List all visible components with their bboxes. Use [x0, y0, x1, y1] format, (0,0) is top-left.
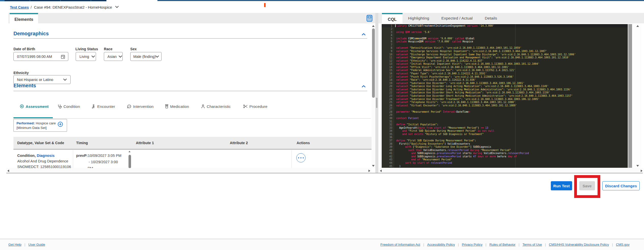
scroll-left-arrow[interactable]	[380, 170, 382, 172]
run-test-button[interactable]: Run Test	[551, 181, 572, 190]
collapse-caret-icon[interactable]	[362, 33, 366, 36]
panel-splitter[interactable]	[375, 13, 378, 173]
sex-select[interactable]: Male (finding)	[130, 52, 162, 61]
left-panel-vertical-scrollbar[interactable]	[372, 24, 375, 168]
tab-details[interactable]: Details	[485, 13, 497, 23]
diagnosis-link[interactable]: Diagnosis	[37, 154, 55, 158]
line-number: 36	[385, 136, 392, 139]
tab-cql[interactable]: CQL	[382, 13, 402, 24]
scroll-up-arrow[interactable]	[636, 25, 639, 27]
element-tab-procedure[interactable]: Procedure	[243, 103, 267, 110]
element-tab-label: Intervention	[133, 104, 154, 109]
cql-code-editor[interactable]: 1234567891011121314151617181920212223242…	[382, 24, 628, 168]
element-tab-characteristic[interactable]: Characteristic	[201, 103, 231, 110]
collapse-caret-icon[interactable]	[362, 85, 366, 88]
right-panel-vertical-scrollbar[interactable]	[634, 24, 641, 168]
code-line-34: and "First SUD Episode During Measuremen…	[396, 129, 494, 133]
row-actions-ellipsis-button[interactable]	[296, 153, 305, 162]
scroll-down-arrow[interactable]	[372, 165, 375, 167]
right-panel-horizontal-scrollbar[interactable]	[379, 168, 643, 173]
calendar-icon[interactable]	[61, 55, 65, 59]
line-number: 35	[385, 133, 392, 136]
editor-gutter: 1234567891011121314151617181920212223242…	[382, 24, 394, 168]
scroll-down-arrow[interactable]	[636, 165, 639, 167]
ethnicity-label: Ethnicity	[13, 71, 29, 75]
chevron-down-icon	[91, 56, 95, 58]
code-line-13: valueset "Initial Hospital Inpatient Vis…	[396, 62, 540, 66]
footer-link-cms-hhs-vulnerability-disclosure-policy[interactable]: CMS/HHS Vulnerability Disclosure Policy	[549, 243, 609, 246]
element-tab-assessment[interactable]: Assessment	[20, 103, 49, 110]
footer-link-freedom-of-information-act[interactable]: Freedom of Information Act	[380, 243, 420, 246]
race-select[interactable]: Asian	[104, 52, 123, 61]
living-status-select[interactable]: Living	[76, 52, 96, 61]
line-number: 1	[385, 24, 392, 28]
demographics-heading: Demographics	[13, 31, 49, 37]
element-tab-condition[interactable]: Condition	[58, 103, 80, 110]
element-tab-encounter[interactable]: Encounter	[92, 103, 115, 110]
pill-bottle-icon	[165, 104, 168, 108]
discard-changes-button[interactable]: Discard Changes	[602, 181, 640, 190]
footer-link-rules-of-behavior[interactable]: Rules of Behavior	[489, 243, 516, 246]
element-tab-intervention[interactable]: Intervention	[127, 103, 154, 110]
code-line-12: valueset "Ethnicity": 'urn:oid:2.16.840.…	[396, 59, 484, 63]
line-number: 10	[385, 53, 392, 56]
code-line-45: )	[396, 165, 401, 168]
code-line-3: using QDM version '5.6'	[396, 31, 431, 34]
row-timing-value: 10/09/2027 3:05 PM	[88, 154, 121, 158]
footer-link-separator: |	[458, 243, 459, 246]
splitter-grip[interactable]	[376, 98, 377, 108]
code-line-23: valueset "Substance Use Disorder Short A…	[396, 94, 573, 98]
line-number: 18	[385, 78, 392, 82]
scrollbar-thumb[interactable]	[372, 28, 375, 98]
calculator-icon[interactable]	[366, 15, 373, 22]
breadcrumb-current-case[interactable]: Case #94: DENEXPassStrat2 - HomeHospice	[34, 5, 112, 9]
editor-scrollbar[interactable]	[628, 24, 632, 168]
chevron-down-icon	[155, 56, 159, 58]
text-cursor-artifact	[264, 3, 266, 7]
element-tab-label: Characteristic	[207, 104, 231, 109]
divider	[13, 91, 367, 91]
element-tab-label: Condition	[63, 104, 80, 109]
column-separator	[73, 150, 73, 168]
cell-scroll-up-arrow[interactable]	[128, 151, 131, 152]
line-number: 4	[385, 34, 392, 37]
footer-link-cms-gov[interactable]: CMS.gov	[616, 243, 630, 246]
col-attribute1: Attribute 1	[136, 137, 154, 149]
footer-link-terms-of-use[interactable]: Terms of Use	[522, 243, 542, 246]
footer-link-accessibility-policy[interactable]: Accessibility Policy	[427, 243, 455, 246]
footer-link-user-guide[interactable]: User Guide	[28, 243, 45, 246]
tabs-baseline	[13, 118, 371, 119]
scroll-right-arrow[interactable]	[368, 170, 370, 172]
footer-link-separator: |	[545, 243, 546, 246]
line-number: 44	[385, 161, 392, 165]
element-tab-medication[interactable]: Medication	[165, 103, 189, 110]
dob-input[interactable]: 07/07/1995 08:00 AM	[13, 52, 68, 61]
editor-cursor	[395, 24, 396, 27]
row-value-set: Alcohol And Drug Dependence	[17, 159, 68, 163]
scroll-up-arrow[interactable]	[372, 25, 375, 27]
col-actions: Actions	[297, 137, 310, 149]
scroll-left-arrow[interactable]	[7, 170, 9, 172]
tab-expected-actual[interactable]: Expected / Actual	[441, 13, 473, 23]
plus-circle-icon[interactable]	[58, 122, 63, 127]
element-tab-label: Assessment	[26, 104, 49, 109]
code-line-44: sort by start of relevantPeriod	[396, 161, 452, 165]
scroll-right-arrow[interactable]	[641, 170, 642, 172]
breadcrumb-test-cases-link[interactable]: Test Cases	[10, 5, 29, 9]
top-bar-subsegment	[0, 0, 5, 1]
save-button-annotation-box	[574, 175, 600, 198]
code-line-20: valueset "Substance Use Disorder Long Ac…	[396, 85, 549, 88]
line-number: 6	[385, 40, 392, 43]
top-bar-divider	[30, 0, 30, 1]
tab-highlighting[interactable]: Highlighting	[408, 13, 429, 23]
cell-scrollbar-thumb[interactable]	[128, 155, 131, 168]
chevron-down-icon[interactable]	[115, 6, 119, 8]
tab-elements[interactable]: Elements	[10, 13, 38, 24]
footer-link-get-help[interactable]: Get Help	[8, 243, 21, 246]
line-number: 11	[385, 56, 392, 59]
row-timing-line1: prevP:10/09/2027 3:05 PM	[76, 154, 121, 158]
line-number: 30	[385, 117, 392, 120]
panels-bottom-border	[6, 173, 643, 173]
left-panel-horizontal-scrollbar[interactable]	[6, 168, 371, 173]
footer-link-privacy-policy[interactable]: Privacy Policy	[462, 243, 482, 246]
